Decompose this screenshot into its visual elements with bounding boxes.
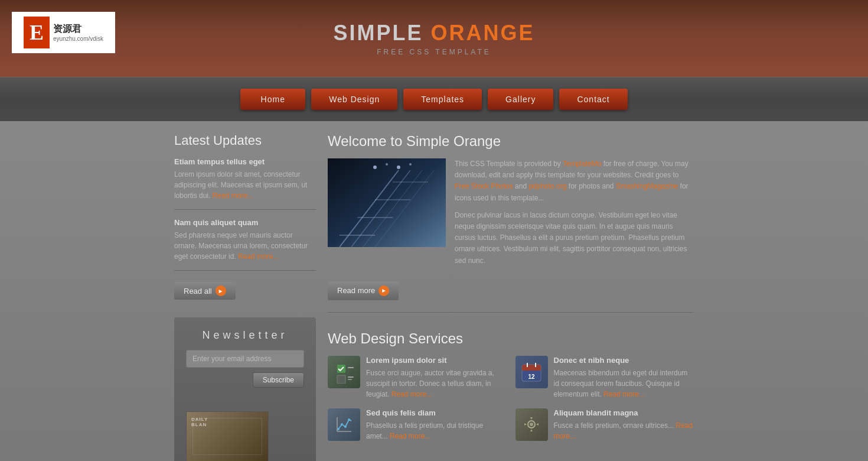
nav-item-templates[interactable]: Templates [403, 89, 482, 110]
latest-updates-title: Latest Updates [174, 133, 316, 148]
svg-rect-17 [348, 379, 352, 380]
newsletter-email-input[interactable] [186, 350, 304, 368]
service-link-2[interactable]: Read more... [603, 390, 644, 398]
nav-wrapper: Home Web Design Templates Gallery Contac… [0, 77, 868, 121]
pdphoto-link[interactable]: pdphoto.org [528, 182, 566, 190]
calendar-svg: 12 [520, 360, 543, 384]
service-text-1: Lorem ipsum dolor sit Fusce orci augue, … [366, 356, 507, 400]
section-divider [328, 312, 694, 313]
svg-point-9 [373, 165, 377, 169]
title-plain: SIMPLE [333, 21, 423, 45]
newsletter-title: Newsletter [186, 329, 304, 342]
read-more-button[interactable]: Read more ► [328, 281, 399, 300]
service-body-4: Fusce a felis pretium, ornare ultrices..… [554, 420, 694, 441]
service-item-4: Aliquam blandit magna Fusce a felis pret… [515, 408, 694, 441]
main-wrapper: Latest Updates Etiam tempus tellus eget … [0, 121, 868, 461]
service-title-3: Sed quis felis diam [366, 408, 507, 417]
update-item-1: Etiam tempus tellus eget Lorem ipsum dol… [174, 157, 316, 210]
free-stock-link[interactable]: Free Stock Photos [455, 182, 513, 190]
site-subtitle: FREE CSS TEMPLATE [333, 48, 534, 56]
service-icon-4 [515, 408, 548, 441]
svg-point-29 [348, 418, 350, 421]
service-icon-2: 12 [515, 356, 548, 388]
service-body-2: Maecenas bibendum dui eget dui interdum … [554, 368, 694, 400]
svg-point-11 [397, 165, 400, 169]
container: Latest Updates Etiam tempus tellus eget … [174, 133, 694, 461]
services-grid: Lorem ipsum dolor sit Fusce orci augue, … [328, 356, 694, 441]
update-link-1[interactable]: Read more... [213, 191, 253, 200]
service-text-4: Aliquam blandit magna Fusce a felis pret… [554, 408, 694, 441]
svg-point-26 [337, 428, 340, 430]
newsletter-subscribe-button[interactable]: Subscribe [253, 372, 304, 388]
service-title-2: Donec et nibh neque [554, 356, 694, 365]
welcome-para-2: Donec pulvinar lacus in lacus dictum con… [455, 210, 694, 267]
svg-point-27 [341, 423, 343, 426]
nav-item-gallery[interactable]: Gallery [488, 89, 553, 110]
svg-rect-0 [328, 158, 446, 247]
svg-rect-20 [522, 368, 541, 371]
newsletter: Newsletter Subscribe DAILYBLAN [174, 317, 316, 461]
update-body-1: Lorem ipsum dolor sit amet, consectetur … [174, 169, 316, 201]
read-more-arrow-icon: ► [378, 285, 389, 296]
service-title-1: Lorem ipsum dolor sit [366, 356, 507, 365]
settings-svg [520, 413, 543, 436]
update-title-1: Etiam tempus tellus eget [174, 157, 316, 166]
logo: E 资源君 eyunzhu.com/vdisk [12, 12, 115, 53]
staircase-svg [328, 158, 446, 247]
service-item-3: Sed quis felis diam Phasellus a felis pr… [328, 408, 507, 441]
update-item-2: Nam quis aliquet quam Sed pharetra neque… [174, 218, 316, 271]
read-all-arrow-icon: ► [216, 285, 226, 296]
title-orange: ORANGE [431, 21, 535, 45]
read-all-button[interactable]: Read all ► [174, 282, 236, 300]
service-text-2: Donec et nibh neque Maecenas bibendum du… [554, 356, 694, 400]
service-link-3[interactable]: Read more... [390, 432, 430, 440]
update-title-2: Nam quis aliquet quam [174, 218, 316, 227]
site-title: SIMPLE ORANGE FREE CSS TEMPLATE [333, 21, 534, 56]
logo-url: eyunzhu.com/vdisk [53, 35, 103, 42]
latest-updates: Latest Updates Etiam tempus tellus eget … [174, 133, 316, 300]
update-link-2[interactable]: Read more... [238, 252, 279, 261]
service-text-3: Sed quis felis diam Phasellus a felis pr… [366, 408, 507, 441]
header: E 资源君 eyunzhu.com/vdisk SIMPLE ORANGE FR… [0, 0, 868, 77]
service-body-3: Phasellus a felis pretium, dui tristique… [366, 420, 507, 441]
sidebar: Latest Updates Etiam tempus tellus eget … [174, 133, 316, 461]
welcome-body: This CSS Template is provided by Templat… [328, 158, 694, 272]
service-title-4: Aliquam blandit magna [554, 408, 694, 417]
update-body-2: Sed pharetra neque vel mauris auctor orn… [174, 230, 316, 262]
nav-item-home[interactable]: Home [240, 89, 305, 110]
services-section: Web Design Services [328, 330, 694, 441]
service-item-1: Lorem ipsum dolor sit Fusce orci augue, … [328, 356, 507, 400]
svg-rect-14 [348, 367, 354, 368]
svg-text:12: 12 [528, 374, 535, 380]
svg-rect-16 [348, 376, 354, 378]
svg-point-28 [344, 426, 347, 428]
svg-point-10 [386, 163, 388, 165]
service-icon-1 [328, 356, 360, 388]
service-icon-3 [328, 408, 360, 441]
svg-point-12 [409, 163, 412, 165]
welcome-text: This CSS Template is provided by Templat… [455, 158, 694, 272]
service-link-1[interactable]: Read more... [391, 390, 432, 398]
logo-brand: 资源君 [53, 23, 103, 35]
templatemo-link[interactable]: TemplateMo [563, 160, 601, 168]
nav-item-web-design[interactable]: Web Design [311, 89, 397, 110]
svg-point-31 [530, 423, 533, 426]
nav: Home Web Design Templates Gallery Contac… [240, 89, 627, 110]
service-item-2: 12 Donec et nibh neque Maecenas bibendum… [515, 356, 694, 400]
logo-letter: E [24, 17, 50, 48]
chart-svg [332, 413, 356, 436]
svg-rect-15 [337, 375, 345, 384]
welcome-para-1: This CSS Template is provided by Templat… [455, 158, 694, 204]
welcome-image [328, 158, 446, 247]
welcome-section: Welcome to Simple Orange [328, 133, 694, 300]
service-body-1: Fusce orci augue, auctor vitae gravida a… [366, 368, 507, 400]
smashing-link[interactable]: SmashingMagazine [616, 182, 678, 190]
welcome-title: Welcome to Simple Orange [328, 133, 694, 150]
newspaper-image: DAILYBLAN [186, 411, 269, 461]
nav-item-contact[interactable]: Contact [559, 89, 627, 110]
content: Welcome to Simple Orange [328, 133, 694, 461]
services-title: Web Design Services [328, 330, 694, 347]
checklist-svg [332, 360, 356, 384]
